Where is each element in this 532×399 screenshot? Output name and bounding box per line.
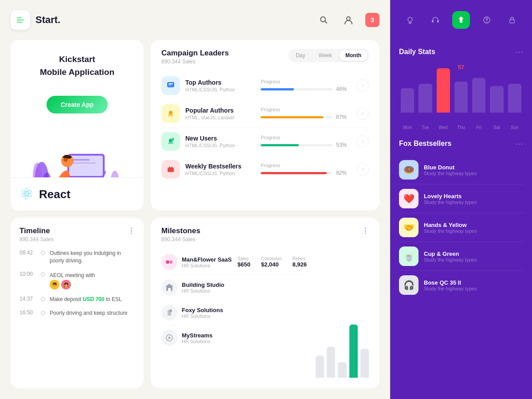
svg-point-44 — [486, 22, 487, 23]
svg-marker-32 — [165, 284, 173, 286]
progress-fill-2 — [261, 144, 299, 146]
tl-avatars-1: 👦 👧 — [50, 280, 95, 289]
daily-stats-more[interactable]: ⋯ — [515, 47, 523, 57]
chart-bar-sat — [490, 86, 503, 113]
sidebar-icon-fox[interactable] — [452, 11, 470, 29]
ms-sub-3: HR Solutions — [182, 339, 307, 344]
milestones-subtitle: 890,344 Sales — [161, 236, 200, 243]
ms-stat-sales-0: Sales $650 — [238, 256, 250, 268]
sidebar-icon-headphone[interactable] — [426, 11, 444, 29]
sidebar-icon-bulb[interactable] — [401, 11, 419, 29]
chart-day-thu: Thu — [454, 125, 468, 130]
tl-dot-1 — [41, 272, 45, 277]
row-icon-1 — [161, 104, 180, 123]
row-info-3: Weekly Bestsellers HTML/CSS/JS, Python — [185, 163, 261, 176]
bs-info-4: Bose QC 35 II Study the highway types — [424, 279, 523, 291]
bs-thumb-3: 🍵 — [399, 246, 419, 266]
svg-point-30 — [166, 260, 169, 264]
right-sidebar: Daily Stats ⋯ 57 Mon Tue Wed Thu Fri Sat… — [390, 0, 532, 399]
bestseller-item-1[interactable]: ❤️ Lovely Hearts Study the highway types — [399, 184, 523, 213]
time-tab-group: Day Week Month — [288, 49, 369, 62]
chart-day-fri: Fri — [472, 125, 485, 130]
ms-sub-1: HR Solutions — [182, 288, 307, 293]
chart-bars — [399, 64, 523, 113]
ms-icon-3 — [161, 330, 177, 346]
bs-sub-1: Study the highway types — [424, 200, 523, 205]
progress-fill-1 — [261, 116, 323, 118]
daily-stats-chart: 57 — [399, 64, 523, 121]
progress-pct-3: 92% — [336, 170, 349, 176]
row-icon-3 — [161, 160, 180, 179]
milestones-card: Milestones 890,344 Sales ⋮ Man&Flower Sa… — [151, 218, 379, 388]
bs-sub-3: Study the highway types — [424, 257, 523, 262]
timeline-more-icon[interactable]: ⋮ — [128, 227, 135, 235]
sidebar-content: Daily Stats ⋯ 57 Mon Tue Wed Thu Fri Sat… — [390, 40, 532, 399]
chart-day-mon: Mon — [401, 125, 414, 130]
tl-highlight-2: USD 700 — [83, 296, 105, 302]
ms-icon-0 — [161, 254, 177, 270]
bestseller-item-4[interactable]: 🎧 Bose QC 35 II Study the highway types — [399, 271, 523, 299]
sidebar-icon-lock[interactable] — [503, 11, 521, 29]
daily-stats-header: Daily Stats ⋯ — [399, 47, 523, 57]
row-tags-1: HTML, VueJS, Laravel — [185, 115, 261, 120]
ms-stat-sales-value-0: $650 — [238, 261, 250, 268]
ms-bar-2 — [338, 362, 346, 378]
user-icon[interactable] — [340, 12, 356, 28]
svg-rect-27 — [168, 168, 174, 172]
bs-info-0: Blue Donut Study the highway types — [424, 164, 523, 176]
tl-dot-2 — [41, 297, 45, 301]
progress-bar-wrap-3: 92% — [261, 170, 349, 176]
ms-stat-commission-label-0: Comission — [261, 256, 282, 261]
bestseller-item-0[interactable]: 🍩 Blue Donut Study the highway types — [399, 156, 523, 184]
bs-info-3: Cup & Green Study the highway types — [424, 250, 523, 262]
bs-sub-4: Study the highway types — [424, 286, 523, 291]
bestsellers-more[interactable]: ⋯ — [515, 139, 523, 149]
chart-bar-wed — [437, 68, 450, 113]
bs-name-3: Cup & Green — [424, 250, 523, 257]
ms-stat-refers-label-0: Refers — [292, 256, 307, 261]
ms-info-1: Building Studio HR Solutions — [182, 282, 307, 293]
bestseller-item-2[interactable]: 🤝 Hands & Yellow Study the highway types — [399, 213, 523, 242]
row-arrow-3[interactable]: › — [356, 163, 369, 176]
row-progress-3: Progress 92% — [261, 163, 349, 176]
notification-badge[interactable]: 3 — [365, 13, 379, 27]
bs-sub-2: Study the highway types — [424, 228, 523, 234]
tab-day[interactable]: Day — [289, 50, 311, 61]
tab-month[interactable]: Month — [339, 50, 368, 61]
svg-rect-2 — [17, 22, 23, 23]
row-progress-1: Progress 87% — [261, 107, 349, 120]
tl-time-3: 16:50 — [20, 309, 36, 316]
tl-time-0: 08:42 — [20, 250, 36, 256]
chart-bar-sun — [508, 84, 521, 113]
create-app-button[interactable]: Create App — [47, 96, 108, 113]
tl-content-1: AEOL meeting with 👦 👧 — [50, 271, 95, 290]
row-name-1: Popular Authors — [185, 107, 261, 114]
sidebar-icon-question[interactable] — [478, 11, 496, 29]
row-tags-0: HTML/CSS/JS, Python — [185, 87, 261, 92]
content-grid: Kickstart Mobile Application Create App — [0, 40, 390, 399]
chart-bar-fri — [472, 78, 485, 113]
progress-bar-wrap-2: 53% — [261, 142, 349, 148]
ms-stat-sales-label-0: Sales — [238, 256, 250, 261]
timeline-item-3: 16:50 Poorly driving and keep structure — [20, 309, 135, 317]
row-progress-2: Progress 53% — [261, 135, 349, 148]
progress-bar-1 — [261, 116, 332, 118]
ms-name-3: MyStreams — [182, 332, 307, 339]
tab-week[interactable]: Week — [313, 50, 338, 61]
row-progress-0: Progress 46% — [261, 79, 349, 92]
chart-days: Mon Tue Wed Thu Fri Sat Sun — [399, 125, 523, 130]
chart-day-sun: Sun — [508, 125, 521, 130]
milestones-more-icon[interactable]: ⋮ — [362, 227, 369, 235]
row-arrow-0[interactable]: › — [356, 79, 369, 92]
bestseller-item-3[interactable]: 🍵 Cup & Green Study the highway types — [399, 242, 523, 271]
avatar-1b: 👧 — [61, 280, 71, 289]
search-icon[interactable] — [316, 12, 332, 28]
tl-text-1: AEOL meeting with — [50, 272, 95, 278]
timeline-list: 08:42 Outlines keep you Indulging in poo… — [20, 250, 135, 317]
row-arrow-1[interactable]: › — [356, 107, 369, 120]
bs-info-2: Hands & Yellow Study the highway types — [424, 222, 523, 234]
row-icon-0 — [161, 76, 180, 95]
milestones-title-block: Milestones 890,344 Sales — [161, 227, 200, 243]
svg-rect-23 — [168, 85, 172, 86]
row-arrow-2[interactable]: › — [356, 135, 369, 148]
